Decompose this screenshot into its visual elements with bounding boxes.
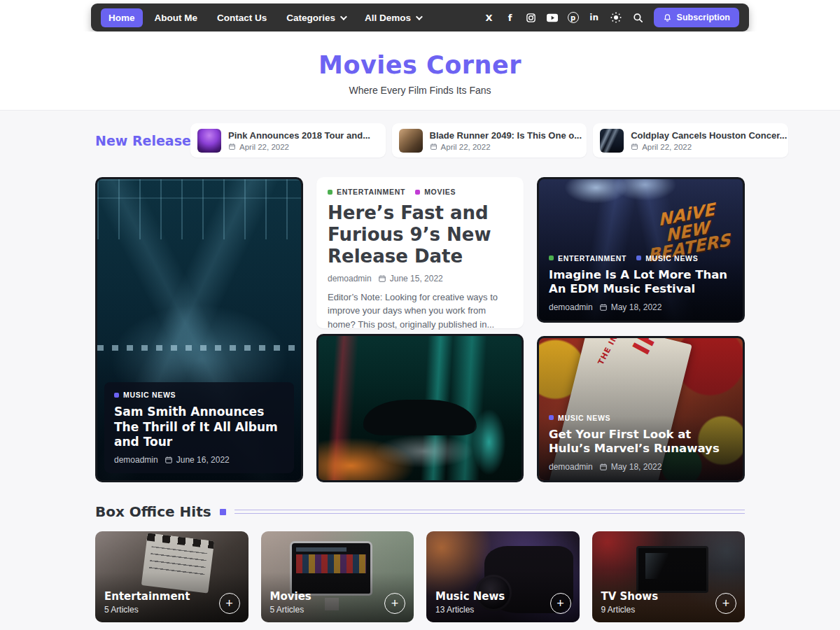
- tag-label: ENTERTAINMENT: [337, 188, 405, 196]
- photo-illustration: [363, 400, 477, 436]
- calendar-icon: [228, 143, 236, 150]
- ticker-items: Pink Announces 2018 Tour and... April 22…: [190, 123, 788, 158]
- chevron-down-icon: [340, 13, 347, 20]
- featured-post-runaways[interactable]: THE INVINCIBLE IRON MAN MUSIC NEWS Get Y…: [537, 336, 745, 482]
- category-tag-music-news[interactable]: MUSIC NEWS: [636, 254, 698, 262]
- post-date: June 15, 2022: [390, 274, 443, 284]
- photo-illustration: [97, 179, 301, 239]
- featured-post-fast-furious[interactable]: ENTERTAINMENT MOVIES Here’s Fast and Fur…: [316, 177, 524, 328]
- calendar-icon: [599, 463, 608, 471]
- plus-icon[interactable]: +: [550, 593, 571, 614]
- ticker-thumbnail: [197, 129, 221, 153]
- tag-label: ENTERTAINMENT: [558, 254, 626, 262]
- ticker-item-title: Coldplay Cancels Houston Concer...: [631, 130, 787, 141]
- category-card-movies[interactable]: Movies 5 Articles +: [261, 531, 414, 622]
- featured-post-imagine-festival[interactable]: NAiVE NEW BEATERS ENTERTAINMENT MUSIC NE…: [537, 177, 745, 323]
- subscription-label: Subscription: [677, 13, 730, 22]
- category-title: Movies: [270, 590, 312, 603]
- post-author[interactable]: demoadmin: [549, 302, 593, 312]
- post-overlay: MUSIC NEWS Sam Smith Announces The Thril…: [104, 382, 294, 473]
- post-excerpt: Editor’s Note: Looking for creative ways…: [328, 290, 512, 332]
- tag-dot: [549, 255, 554, 260]
- nav-item-contact-us[interactable]: Contact Us: [209, 8, 274, 27]
- ticker-item-date: April 22, 2022: [642, 143, 692, 151]
- ticker-item[interactable]: Coldplay Cancels Houston Concer... April…: [593, 123, 788, 158]
- post-overlay: ENTERTAINMENT MUSIC NEWS Imagine Is A Lo…: [539, 246, 743, 321]
- category-card-music-news[interactable]: Music News 13 Articles +: [426, 531, 580, 622]
- tag-dot: [549, 415, 554, 420]
- ticker-thumbnail: [600, 129, 624, 153]
- category-title: Music News: [435, 590, 505, 603]
- plus-icon[interactable]: +: [219, 593, 240, 614]
- category-article-count: 5 Articles: [270, 605, 312, 615]
- plus-icon[interactable]: +: [384, 593, 405, 614]
- category-card-entertainment[interactable]: Entertainment 5 Articles +: [95, 531, 248, 622]
- site-title[interactable]: Movies Corner: [0, 51, 840, 79]
- subscription-button[interactable]: Subscription: [654, 8, 739, 27]
- ticker-item-date: April 22, 2022: [441, 143, 491, 151]
- chevron-down-icon: [416, 13, 423, 20]
- nav-menu: Home About Me Contact Us Categories All …: [101, 8, 428, 27]
- photo-illustration: [472, 410, 505, 475]
- category-tag-entertainment[interactable]: ENTERTAINMENT: [549, 254, 626, 262]
- nav-label: Contact Us: [217, 13, 267, 23]
- pinterest-icon[interactable]: p: [568, 12, 579, 23]
- bell-icon: [663, 13, 672, 22]
- instagram-icon[interactable]: [526, 12, 537, 23]
- featured-image-car[interactable]: [316, 334, 524, 482]
- post-title[interactable]: Here’s Fast and Furious 9’s New Release …: [328, 202, 512, 268]
- linkedin-icon[interactable]: in: [589, 12, 600, 23]
- post-overlay: MUSIC NEWS Get Your First Look at Hulu’s…: [539, 405, 743, 480]
- plus-icon[interactable]: +: [715, 593, 736, 614]
- featured-grid: MUSIC NEWS Sam Smith Announces The Thril…: [95, 177, 745, 482]
- post-title[interactable]: Sam Smith Announces The Thrill of It All…: [114, 405, 284, 449]
- new-releases-ticker: New Releases Pink Announces 2018 Tour an…: [95, 123, 745, 158]
- tag-dot: [415, 190, 420, 195]
- ticker-item[interactable]: Blade Runner 2049: Is This One o... Apri…: [392, 123, 587, 158]
- nav-label: Home: [108, 13, 135, 23]
- section-marker: [220, 509, 226, 515]
- facebook-icon[interactable]: f: [505, 12, 516, 23]
- category-article-count: 5 Articles: [104, 605, 190, 615]
- post-title[interactable]: Imagine Is A Lot More Than An EDM Music …: [549, 268, 733, 297]
- ticker-thumbnail: [399, 129, 423, 153]
- search-icon[interactable]: [632, 12, 644, 24]
- section-title: Box Office Hits: [95, 503, 211, 520]
- youtube-icon[interactable]: [547, 12, 558, 23]
- category-tag-movies[interactable]: MOVIES: [415, 188, 456, 196]
- nav-label: Categories: [286, 13, 335, 23]
- category-cards: Entertainment 5 Articles + Movies 5 Arti…: [95, 531, 745, 622]
- tag-label: MUSIC NEWS: [645, 254, 698, 262]
- calendar-icon: [430, 143, 438, 150]
- category-tag-entertainment[interactable]: ENTERTAINMENT: [328, 188, 405, 196]
- category-tag-music-news[interactable]: MUSIC NEWS: [114, 391, 176, 399]
- box-office-section-head: Box Office Hits: [95, 503, 745, 520]
- post-date: May 18, 2022: [611, 302, 662, 312]
- nav-item-categories[interactable]: Categories: [279, 8, 353, 27]
- post-date: June 16, 2022: [176, 455, 230, 465]
- photo-illustration: [97, 345, 301, 351]
- category-title: Entertainment: [104, 590, 190, 603]
- post-author[interactable]: demoadmin: [549, 462, 593, 472]
- x-twitter-icon[interactable]: X: [484, 12, 495, 23]
- post-author[interactable]: demoadmin: [114, 455, 158, 465]
- nav-item-all-demos[interactable]: All Demos: [357, 8, 428, 27]
- site-tagline: Where Every Film Finds Its Fans: [0, 85, 840, 96]
- calendar-icon: [378, 274, 386, 283]
- category-tag-music-news[interactable]: MUSIC NEWS: [549, 414, 610, 422]
- tag-dot: [328, 190, 332, 195]
- post-author[interactable]: demoadmin: [328, 274, 372, 284]
- calendar-icon: [599, 303, 608, 312]
- nav-label: About Me: [155, 13, 198, 23]
- ticker-heading: New Releases: [95, 133, 181, 148]
- category-card-tv-shows[interactable]: TV Shows 9 Articles +: [592, 531, 746, 622]
- category-article-count: 9 Articles: [601, 605, 659, 615]
- page-body: New Releases Pink Announces 2018 Tour an…: [0, 111, 840, 630]
- tag-dot: [636, 255, 641, 260]
- ticker-item[interactable]: Pink Announces 2018 Tour and... April 22…: [190, 123, 386, 158]
- post-title[interactable]: Get Your First Look at Hulu’s Marvel’s R…: [549, 428, 733, 456]
- theme-toggle-sun-icon[interactable]: [610, 11, 622, 24]
- nav-item-home[interactable]: Home: [101, 8, 143, 27]
- featured-post-sam-smith[interactable]: MUSIC NEWS Sam Smith Announces The Thril…: [95, 177, 303, 482]
- nav-item-about-me[interactable]: About Me: [147, 8, 206, 27]
